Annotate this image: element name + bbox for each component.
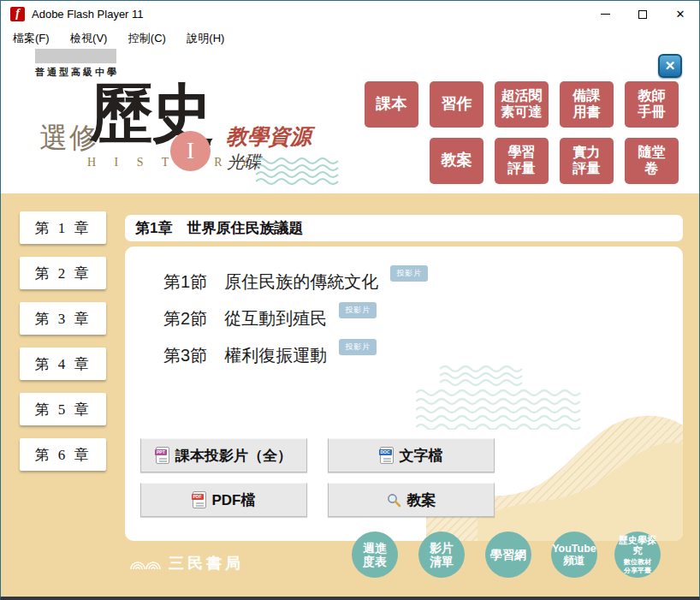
- sidebar-item-chapter-3[interactable]: 第 3 章: [20, 302, 106, 335]
- title-bar: f Adobe Flash Player 11 ✕: [1, 1, 699, 27]
- sidebar-item-chapter-4[interactable]: 第 4 章: [20, 348, 106, 380]
- textbook-slides-button[interactable]: PPT 課本投影片（全）: [140, 438, 307, 472]
- text-file-button[interactable]: DOC 文字檔: [328, 438, 495, 472]
- weekly-schedule-circle[interactable]: 週進 度表: [352, 532, 398, 578]
- resource-button-teacher-manual[interactable]: 教師 手冊: [625, 81, 679, 128]
- publisher-name: 三民書局: [169, 553, 244, 573]
- window-title: Adobe Flash Player 11: [32, 8, 144, 21]
- menu-view[interactable]: 檢視(V): [62, 27, 116, 50]
- resource-button-quiz-sheet[interactable]: 隨堂 卷: [625, 138, 679, 184]
- video-list-circle[interactable]: 影片 清單: [418, 532, 465, 578]
- sidebar-item-chapter-5[interactable]: 第 5 章: [20, 393, 106, 425]
- circle-sublabel: 數位教材 分享平臺: [624, 558, 651, 574]
- resource-button-learning-assessment[interactable]: 學習 評量: [495, 138, 549, 184]
- learning-site-circle[interactable]: 學習網: [485, 532, 531, 578]
- section-number: 第2節: [163, 309, 207, 328]
- slides-tag[interactable]: 投影片: [339, 339, 377, 355]
- section-item-3[interactable]: 第3節權利復振運動投影片: [163, 344, 377, 367]
- publisher-logo-placeholder: [35, 49, 116, 63]
- arches-icon: [129, 557, 163, 570]
- minimize-button[interactable]: [586, 1, 624, 27]
- maximize-icon: [638, 10, 647, 19]
- lesson-plan-search-button[interactable]: 教案: [328, 483, 495, 517]
- resource-button-reading[interactable]: 超活閱 素可達: [495, 81, 549, 128]
- history-inquiry-circle[interactable]: 歷史學探究 數位教材 分享平臺: [614, 532, 661, 578]
- search-icon: [387, 493, 401, 508]
- pdf-file-button[interactable]: PDF PDF檔: [140, 483, 307, 517]
- banner: 普通型高級中學 選修 歷史 H I S T O R Y I 教學資源 光碟 ✕ …: [1, 48, 699, 193]
- resource-button-prep-book[interactable]: 備課 用書: [560, 81, 614, 128]
- chapter-heading: 第1章 世界原住民族議題: [125, 215, 683, 241]
- close-icon: ✕: [676, 8, 685, 21]
- content-panel: 第1節原住民族的傳統文化投影片 第2節從互動到殖民投影片 第3節權利復振運動投影…: [125, 247, 683, 541]
- section-number: 第1節: [163, 272, 207, 291]
- file-button-label: 課本投影片（全）: [175, 446, 292, 466]
- ppt-file-icon: PPT: [156, 447, 169, 464]
- resource-button-lesson-plan[interactable]: 教案: [430, 138, 483, 184]
- section-title: 權利復振運動: [224, 346, 327, 365]
- school-type-label: 普通型高級中學: [35, 66, 119, 79]
- file-button-label: 教案: [407, 490, 436, 510]
- section-item-1[interactable]: 第1節原住民族的傳統文化投影片: [163, 270, 428, 294]
- close-button[interactable]: ✕: [661, 1, 699, 27]
- slides-tag[interactable]: 投影片: [339, 302, 377, 318]
- circle-label: 歷史學探究: [614, 535, 661, 556]
- doc-file-icon: DOC: [380, 447, 394, 464]
- menu-bar: 檔案(F) 檢視(V) 控制(C) 說明(H): [1, 27, 699, 48]
- flash-icon: f: [10, 7, 25, 21]
- publisher-logo: 三民書局: [129, 553, 244, 573]
- resource-button-textbook[interactable]: 課本: [365, 81, 418, 128]
- pdf-file-icon: PDF: [193, 491, 206, 508]
- wave-decoration: [256, 157, 350, 185]
- menu-help[interactable]: 說明(H): [178, 27, 233, 50]
- circle-label: 影片 清單: [430, 541, 454, 568]
- resource-button-ability-assessment[interactable]: 實力 評量: [560, 138, 614, 184]
- menu-file[interactable]: 檔案(F): [4, 27, 58, 50]
- section-number: 第3節: [163, 346, 207, 365]
- main-area: 第 1 章 第 2 章 第 3 章 第 4 章 第 5 章 第 6 章 第1章 …: [1, 193, 699, 597]
- circle-label: YouTube 頻道: [552, 543, 596, 567]
- sidebar-item-chapter-1[interactable]: 第 1 章: [20, 211, 106, 244]
- file-button-label: PDF檔: [212, 490, 256, 510]
- minimize-icon: [601, 14, 610, 15]
- resource-label-1: 教學資源: [226, 122, 311, 151]
- section-title: 從互動到殖民: [224, 309, 327, 328]
- section-item-2[interactable]: 第2節從互動到殖民投影片: [163, 307, 377, 330]
- sidebar-item-chapter-2[interactable]: 第 2 章: [20, 257, 106, 289]
- section-title: 原住民族的傳統文化: [224, 272, 378, 291]
- menu-control[interactable]: 控制(C): [120, 27, 175, 50]
- flash-player-window: f Adobe Flash Player 11 ✕ 檔案(F) 檢視(V) 控制…: [0, 0, 700, 600]
- wave-decoration-large: [416, 389, 583, 430]
- dialog-close-button[interactable]: ✕: [658, 54, 682, 78]
- wave-decoration-small: [440, 365, 530, 387]
- resource-button-workbook[interactable]: 習作: [430, 81, 483, 128]
- file-button-label: 文字檔: [400, 446, 443, 466]
- sidebar-item-chapter-6[interactable]: 第 6 章: [20, 438, 106, 471]
- circle-label: 學習網: [490, 548, 526, 561]
- maximize-button[interactable]: [624, 1, 661, 27]
- circle-label: 週進 度表: [363, 541, 387, 568]
- youtube-channel-circle[interactable]: YouTube 頻道: [551, 532, 597, 578]
- slides-tag[interactable]: 投影片: [390, 265, 428, 282]
- volume-badge: I: [170, 131, 211, 171]
